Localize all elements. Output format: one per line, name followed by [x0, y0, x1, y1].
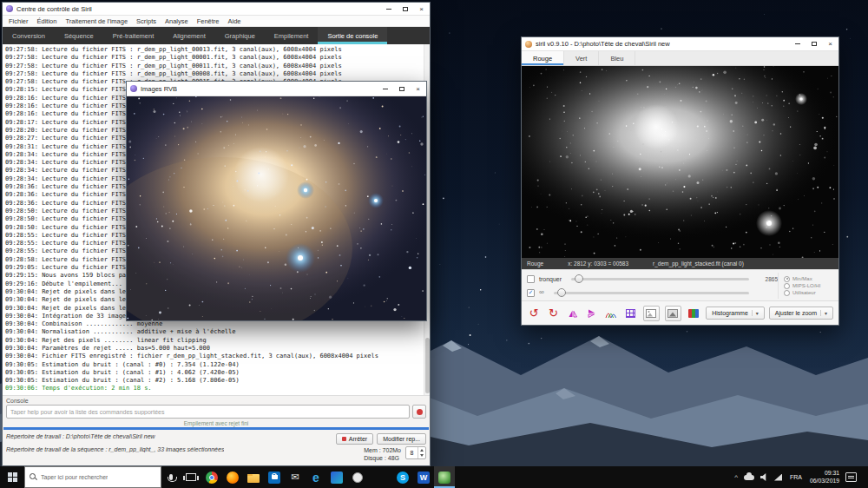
grid-icon[interactable] [623, 306, 637, 321]
menu-aide[interactable]: Aide [224, 17, 246, 25]
zoom-dropdown[interactable]: Ajuster le zoom▾ [769, 307, 833, 320]
redo-icon[interactable]: ↻ [546, 306, 560, 321]
edge-taskbar-button[interactable]: e [306, 466, 326, 488]
skype-taskbar-button[interactable]: S [392, 466, 413, 488]
mirror-x-icon[interactable] [566, 306, 580, 321]
taskbar-search[interactable]: Taper ici pour rechercher [24, 466, 161, 488]
rgb-image-canvas[interactable] [127, 96, 426, 320]
tab-sortie-de-console[interactable]: Sortie de console [318, 27, 387, 44]
close-button[interactable]: × [410, 82, 426, 96]
channel-tab-rouge[interactable]: Rouge [522, 51, 564, 65]
maximize-button[interactable] [393, 82, 410, 96]
tab-conversion[interactable]: Conversion [3, 27, 55, 44]
high-slider-handle[interactable] [557, 288, 566, 297]
image-window-title: siril v0.9.10 - D:\photo\Tête de cheval\… [536, 40, 670, 48]
log-line: 09:30:04: Fichier FITS enregistré : fich… [5, 353, 421, 360]
tab-alignement[interactable]: Alignement [163, 27, 215, 44]
tab-pre-traitement[interactable]: Pré-traitement [103, 27, 164, 44]
stop-button[interactable]: Arrêter [336, 433, 373, 445]
tab-graphique[interactable]: Graphique [215, 27, 265, 44]
menu-fichier[interactable]: Fichier [4, 17, 33, 25]
menu-fenetre[interactable]: Fenêtre [193, 17, 224, 25]
close-button[interactable]: × [413, 3, 430, 15]
notification-center-button[interactable] [845, 472, 857, 482]
log-line: 09:27:58: Lecture du fichier FITS : r_de… [5, 70, 421, 78]
command-button[interactable] [412, 405, 426, 419]
log-scrollbar-thumb[interactable] [425, 338, 430, 393]
image-export-button[interactable] [643, 306, 660, 321]
word-taskbar-button[interactable]: W [413, 466, 434, 488]
clock[interactable]: 09:31 06/03/2019 [810, 470, 839, 485]
tab-empilement[interactable]: Empilement [265, 27, 319, 44]
mirror-y-icon[interactable] [585, 306, 599, 321]
file-explorer-taskbar-button[interactable] [243, 466, 264, 488]
edge-icon: e [310, 472, 322, 484]
radio-button-icon [784, 290, 790, 296]
high-cutoff-slider[interactable] [554, 292, 749, 294]
close-button[interactable]: × [822, 37, 838, 50]
spinner-up-icon[interactable] [420, 449, 424, 452]
console-input[interactable] [6, 405, 410, 419]
language-indicator[interactable]: FRA [788, 474, 804, 480]
minimize-button[interactable] [377, 82, 393, 96]
photo-viewer-icon [352, 472, 363, 483]
system-tray: ^ FRA 09:31 06/03/2019 [734, 466, 868, 488]
menu-edition[interactable]: Édition [33, 17, 62, 25]
truncate-checkbox[interactable] [527, 275, 535, 283]
radio-min-max[interactable]: Min/Max [784, 276, 833, 282]
log-line: 09:27:58: Lecture du fichier FITS : r_de… [5, 46, 421, 54]
menu-traitement-de-l-image[interactable]: Traitement de l'image [61, 17, 132, 25]
channel-image-canvas[interactable] [522, 66, 838, 258]
menu-scripts[interactable]: Scripts [132, 17, 161, 25]
maximize-button[interactable] [806, 37, 822, 50]
mail-taskbar-button[interactable]: ✉ [285, 466, 306, 488]
minimize-button[interactable] [789, 37, 806, 50]
image-snapshot-button[interactable] [665, 306, 681, 321]
photos-taskbar-button[interactable] [326, 466, 347, 488]
channel-tab-vert[interactable]: Vert [564, 51, 599, 65]
control-window-title: Centre de contrôle de Siril [16, 5, 92, 13]
chevron-down-icon: ▾ [820, 310, 827, 316]
volume-icon[interactable] [760, 473, 768, 481]
control-window-titlebar[interactable]: Centre de contrôle de Siril × [3, 3, 430, 16]
working-directory-label: Répertoire de travail : D:\photo\Tête de… [6, 433, 155, 439]
minimize-button[interactable] [380, 3, 397, 15]
chrome-taskbar-button[interactable] [201, 466, 222, 488]
time-text: 09:31 [810, 470, 839, 478]
thread-spinner[interactable]: 8 [405, 446, 426, 459]
tab-bar: ConversionSéquencePré-traitementAligneme… [3, 27, 430, 44]
radio-label: Min/Max [792, 276, 812, 281]
maximize-button[interactable] [397, 3, 413, 15]
photo-viewer-taskbar-button[interactable] [347, 466, 368, 488]
rgb-window-icon [130, 85, 137, 92]
status-coordinates: x: 2812 y: 0303 = 00583 [568, 260, 628, 267]
network-icon[interactable] [774, 474, 782, 481]
start-button[interactable] [0, 466, 24, 488]
cortana-mic-button[interactable] [161, 466, 181, 488]
radio-mips-lo-hi[interactable]: MIPS-LO/HI [784, 283, 833, 289]
tray-expand-icon[interactable]: ^ [734, 474, 738, 481]
rgb-channels-icon[interactable] [687, 306, 700, 321]
task-view-taskbar-button[interactable] [181, 466, 201, 488]
siril-image-window: siril v0.9.10 - D:\photo\Tête de cheval\… [521, 36, 839, 326]
image-window-titlebar[interactable]: siril v0.9.10 - D:\photo\Tête de cheval\… [522, 37, 838, 51]
onedrive-cloud-icon[interactable] [744, 475, 754, 480]
log-line: 09:27:58: Lecture du fichier FITS : r_de… [5, 54, 421, 62]
histogram-dropdown[interactable]: Histogramme▾ [706, 307, 765, 320]
radio-utilisateur[interactable]: Utilisateur [784, 290, 833, 296]
chevron-down-icon: ▾ [752, 310, 759, 316]
menu-analyse[interactable]: Analyse [161, 17, 193, 25]
low-slider-handle[interactable] [575, 274, 583, 283]
tab-sequence[interactable]: Séquence [55, 27, 103, 44]
link-channels-checkbox[interactable]: ✓ [527, 289, 535, 297]
spinner-down-icon[interactable] [420, 454, 424, 457]
store-taskbar-button[interactable] [264, 466, 285, 488]
low-cutoff-slider[interactable] [571, 278, 749, 280]
undo-icon[interactable]: ↺ [527, 306, 541, 321]
firefox-taskbar-button[interactable] [222, 466, 243, 488]
modify-directory-button[interactable]: Modifier rep... [377, 433, 426, 445]
histogram-icon[interactable] [604, 306, 618, 321]
channel-tab-bleu[interactable]: Bleu [599, 51, 635, 65]
siril-taskbar-button[interactable] [434, 466, 455, 488]
rgb-window-titlebar[interactable]: Images RVB × [127, 82, 426, 96]
